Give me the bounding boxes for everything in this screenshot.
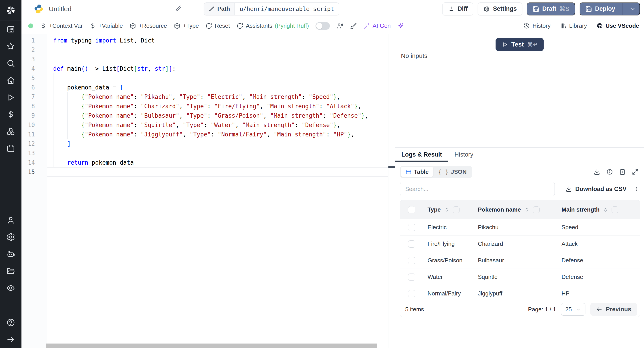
code-area[interactable]: from typing import List, Dictdef main() … (48, 34, 388, 348)
code-line[interactable]: def main() -> List[Dict[str, str]]: (48, 64, 388, 73)
expand-icon[interactable] (632, 168, 639, 175)
code-line[interactable] (48, 148, 388, 158)
sidebar-item-account[interactable] (0, 212, 22, 228)
code-line[interactable]: from typing import List, Dict (48, 36, 388, 45)
row-select-cell (400, 286, 423, 302)
diff-button[interactable]: Diff (442, 2, 473, 16)
previous-page-button[interactable]: Previous (590, 303, 637, 316)
sidebar-item-resources[interactable] (0, 123, 22, 140)
table-cell: Defense (557, 269, 640, 285)
code-line[interactable] (48, 54, 388, 64)
add-type-button[interactable]: +Type (174, 22, 199, 29)
result-controls: Table { } JSON (400, 166, 640, 178)
draft-button[interactable]: Draft ⌘S (527, 2, 575, 16)
select-all-checkbox[interactable] (408, 206, 415, 213)
code-line[interactable] (48, 45, 388, 54)
code-line[interactable]: return pokemon_data (48, 158, 388, 167)
edit-summary-icon[interactable] (175, 5, 182, 13)
toggle-knob (316, 23, 322, 29)
code-line[interactable]: {"Pokemon name": "Charizard", "Type": "F… (48, 102, 388, 111)
column-toggle-checkbox[interactable] (533, 206, 540, 213)
download-result-icon[interactable] (594, 168, 600, 175)
sidebar-item-schedules[interactable] (0, 140, 22, 157)
code-line[interactable]: {"Pokemon name": "Squirtle", "Type": "Wa… (48, 120, 388, 130)
status-dot (28, 24, 33, 28)
code-line[interactable]: ] (48, 139, 388, 148)
sort-icon[interactable] (524, 207, 530, 213)
row-checkbox[interactable] (408, 257, 415, 264)
sort-icon[interactable] (444, 207, 450, 213)
sidebar-item-audit-logs[interactable] (0, 280, 22, 296)
package-icon (174, 22, 180, 29)
sidebar-item-workers[interactable] (0, 246, 22, 262)
code-line[interactable] (48, 73, 388, 83)
row-checkbox[interactable] (408, 240, 415, 248)
table-row: Fire/FlyingCharizardAttack (400, 236, 640, 252)
settings-button[interactable]: Settings (478, 2, 522, 16)
ai-gen-button[interactable]: AI Gen (363, 22, 391, 29)
splitter-handle[interactable] (388, 166, 395, 168)
no-inputs-text: No inputs (401, 52, 427, 60)
dollar-icon (90, 22, 96, 29)
use-vscode-button[interactable]: Use VScode (596, 22, 639, 29)
sidebar-item-search[interactable] (0, 55, 22, 72)
sidebar-item-folders[interactable] (0, 262, 22, 280)
horizontal-scrollbar[interactable] (46, 344, 377, 348)
column-toggle-checkbox[interactable] (612, 206, 618, 213)
row-select-cell (400, 219, 423, 236)
sparkles-icon[interactable] (397, 22, 404, 29)
code-line[interactable] (48, 167, 388, 177)
add-context-var-button[interactable]: +Context Var (40, 22, 83, 29)
format-brush-icon[interactable] (350, 22, 357, 29)
sidebar-item-help[interactable] (0, 314, 22, 331)
deploy-button[interactable]: Deploy (580, 2, 640, 16)
history-button[interactable]: History (523, 22, 550, 29)
pagination: Page: 1 / 1 25 Previous (528, 303, 635, 316)
rotate-icon (206, 22, 212, 29)
view-table-option[interactable]: Table (401, 167, 433, 177)
add-resource-button[interactable]: +Resource (130, 22, 167, 29)
code-editor[interactable]: 123456789101112131415 from typing import… (22, 34, 388, 348)
reset-button[interactable]: Reset (206, 22, 230, 29)
code-line[interactable]: pokemon_data = [ (48, 83, 388, 92)
deploy-dropdown[interactable] (626, 6, 640, 12)
assistants-button[interactable]: Assistants (Pyright Ruff) (236, 22, 309, 29)
column-toggle-checkbox[interactable] (453, 206, 460, 213)
sort-icon[interactable] (603, 207, 608, 213)
tab-history[interactable]: History (448, 148, 480, 162)
page-size-select[interactable]: 25 (561, 303, 586, 316)
download-csv-button[interactable]: Download as CSV (566, 186, 626, 192)
code-line[interactable]: {"Pokemon name": "Jigglypuff", "Type": "… (48, 130, 388, 139)
row-checkbox[interactable] (408, 224, 415, 231)
sidebar-expand[interactable] (0, 331, 22, 348)
view-json-option[interactable]: { } JSON (434, 167, 471, 177)
library-button[interactable]: Library (560, 22, 587, 29)
tab-logs-result[interactable]: Logs & Result (395, 148, 448, 162)
search-input[interactable] (400, 182, 555, 196)
code-line[interactable]: {"Pokemon name": "Bulbasaur", "Type": "G… (48, 111, 388, 120)
row-checkbox[interactable] (408, 274, 415, 281)
test-button[interactable]: Test ⌘↵ (496, 38, 544, 51)
path-field[interactable]: Path u/henri/maneuverable_script (204, 2, 339, 16)
sidebar-item-home[interactable] (0, 72, 22, 89)
sidebar-item-settings[interactable] (0, 228, 22, 246)
pane-splitter[interactable] (388, 34, 395, 348)
copy-result-icon[interactable] (619, 168, 626, 175)
add-variable-button[interactable]: +Variable (90, 22, 123, 29)
sidebar-item-favorites[interactable] (0, 38, 22, 55)
pencil-icon (208, 6, 215, 12)
multiplayer-toggle[interactable] (316, 22, 330, 30)
windmill-logo[interactable] (0, 0, 22, 20)
row-checkbox[interactable] (408, 290, 415, 297)
info-icon[interactable] (606, 168, 613, 175)
table-menu-icon[interactable] (633, 186, 640, 192)
multiplayer-users-icon[interactable] (336, 22, 343, 29)
table-cell: Water (423, 269, 474, 285)
search-icon (6, 59, 15, 68)
path-value[interactable]: u/henri/maneuverable_script (234, 3, 339, 15)
sidebar-item-runs[interactable] (0, 89, 22, 106)
test-shortcut: ⌘↵ (527, 41, 538, 48)
sidebar-item-variables[interactable] (0, 106, 22, 123)
sidebar-item-apps[interactable] (0, 21, 22, 38)
code-line[interactable]: {"Pokemon name": "Pikachu", "Type": "Ele… (48, 92, 388, 102)
